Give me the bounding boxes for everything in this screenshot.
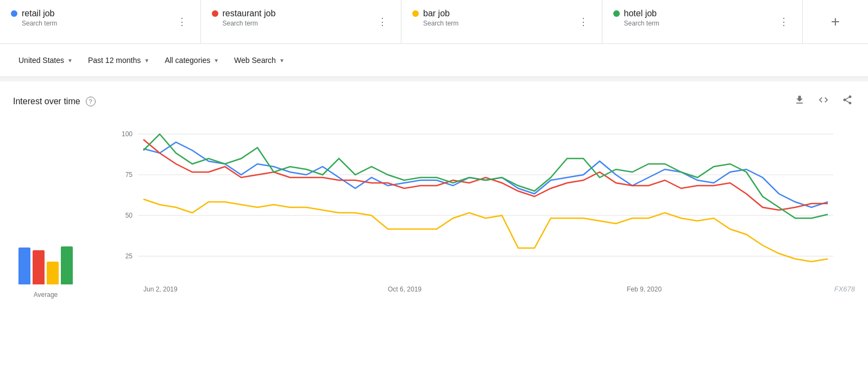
- embed-button[interactable]: [816, 92, 831, 110]
- chart-actions: [792, 92, 855, 110]
- search-term-hotel: hotel job Search term ⋮: [602, 0, 803, 43]
- bar-type: Search term: [423, 20, 576, 27]
- mini-bar-hotel: [61, 246, 73, 284]
- chart-section: Interest over time ?: [0, 81, 868, 309]
- region-filter-button[interactable]: United States ▼: [13, 53, 78, 68]
- period-filter-button[interactable]: Past 12 months ▼: [83, 53, 155, 68]
- retail-menu-button[interactable]: ⋮: [175, 15, 190, 29]
- bar-name: bar job: [423, 9, 576, 18]
- help-icon[interactable]: ?: [86, 97, 96, 106]
- svg-text:Feb 9, 2020: Feb 9, 2020: [627, 286, 662, 293]
- categories-filter-button[interactable]: All categories ▼: [159, 53, 224, 68]
- bar-menu-button[interactable]: ⋮: [576, 15, 591, 29]
- svg-text:25: 25: [125, 252, 133, 260]
- restaurant-name: restaurant job: [223, 9, 376, 18]
- search-term-bar: bar job Search term ⋮: [401, 0, 602, 43]
- region-filter-arrow: ▼: [67, 58, 73, 64]
- restaurant-menu-button[interactable]: ⋮: [375, 15, 390, 29]
- categories-filter-label: All categories: [165, 56, 210, 65]
- retail-info: retail job Search term: [22, 9, 175, 27]
- period-filter-arrow: ▼: [144, 58, 149, 64]
- retail-dot: [11, 10, 17, 17]
- download-button[interactable]: [792, 92, 807, 110]
- svg-text:100: 100: [122, 130, 133, 138]
- retail-name: retail job: [22, 9, 175, 18]
- hotel-menu-button[interactable]: ⋮: [777, 15, 791, 29]
- main-chart: 100 75 50 25 Jun 2, 2019 Oct 6, 2019 Feb…: [89, 123, 855, 299]
- bar-line: [143, 199, 828, 262]
- search-term-retail: retail job Search term ⋮: [0, 0, 201, 43]
- svg-text:Oct 6, 2019: Oct 6, 2019: [388, 286, 422, 293]
- bar-dot: [412, 10, 419, 17]
- mini-bar-bar: [47, 262, 59, 284]
- share-button[interactable]: [840, 92, 855, 110]
- type-filter-label: Web Search: [234, 56, 276, 65]
- region-filter-label: United States: [18, 56, 64, 65]
- chart-container: Average 100 75 50 25 Jun 2, 2019 Oct 6, …: [13, 123, 855, 299]
- chart-title: Interest over time: [13, 97, 80, 106]
- average-label: Average: [34, 291, 58, 299]
- restaurant-dot: [212, 10, 218, 17]
- chart-sidebar: Average: [13, 241, 78, 299]
- search-terms-bar: retail job Search term ⋮ restaurant job …: [0, 0, 868, 44]
- period-filter-label: Past 12 months: [88, 56, 141, 65]
- svg-text:50: 50: [125, 212, 133, 219]
- svg-text:Jun 2, 2019: Jun 2, 2019: [143, 286, 178, 293]
- bar-info: bar job Search term: [423, 9, 576, 27]
- chart-title-area: Interest over time ?: [13, 97, 96, 106]
- restaurant-type: Search term: [223, 20, 376, 27]
- section-divider: [0, 77, 868, 81]
- add-search-term-button[interactable]: +: [827, 9, 844, 35]
- svg-text:75: 75: [125, 171, 133, 179]
- line-chart-svg: 100 75 50 25 Jun 2, 2019 Oct 6, 2019 Feb…: [89, 123, 855, 297]
- mini-bar-chart: [18, 241, 73, 284]
- hotel-type: Search term: [624, 20, 777, 27]
- add-term-cell: +: [803, 0, 868, 43]
- retail-type: Search term: [22, 20, 175, 27]
- watermark: FX678: [834, 285, 855, 293]
- chart-header: Interest over time ?: [13, 92, 855, 110]
- filters-bar: United States ▼ Past 12 months ▼ All cat…: [0, 44, 868, 77]
- hotel-dot: [613, 10, 620, 17]
- type-filter-button[interactable]: Web Search ▼: [229, 53, 290, 68]
- mini-bar-retail: [18, 248, 30, 284]
- restaurant-info: restaurant job Search term: [223, 9, 376, 27]
- mini-bar-restaurant: [33, 250, 45, 284]
- hotel-info: hotel job Search term: [624, 9, 777, 27]
- hotel-name: hotel job: [624, 9, 777, 18]
- categories-filter-arrow: ▼: [213, 58, 219, 64]
- search-term-restaurant: restaurant job Search term ⋮: [201, 0, 402, 43]
- type-filter-arrow: ▼: [279, 58, 285, 64]
